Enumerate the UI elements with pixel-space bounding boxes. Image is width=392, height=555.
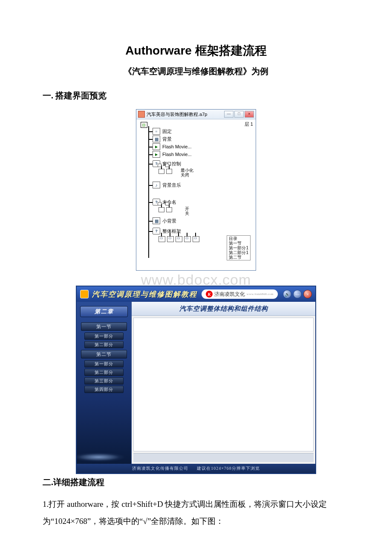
node-label: 背景音乐 [162, 182, 181, 188]
sidebar-btn-part-2[interactable]: 第二部分 [84, 341, 124, 348]
flow-node-display[interactable]: 背景 [153, 136, 252, 143]
brand-logo-icon: K [206, 291, 213, 298]
paragraph-1: 1.打开 authorware，按 ctrl+Shift+D 快捷方式调出属性面… [43, 496, 349, 530]
flow-node-movie[interactable]: Flash Movie... [153, 151, 252, 159]
flow-node-calc[interactable]: 固定 [153, 128, 252, 136]
map-icon[interactable] [176, 236, 182, 242]
display-icon [153, 136, 160, 142]
interaction-responses [159, 169, 172, 174]
response-labels: 开 关 [185, 206, 189, 216]
status-bar [133, 453, 314, 462]
interaction-icon [153, 228, 160, 234]
movie-icon [153, 151, 160, 158]
map-icon[interactable] [159, 236, 165, 242]
display-icon [153, 217, 160, 224]
interaction-responses [159, 207, 172, 212]
brand-cn: 济南凌凯文化 [214, 291, 245, 298]
response-icon[interactable] [159, 207, 164, 212]
brand-en: www.link6868.com [247, 292, 274, 296]
section-2-heading: 二.详细搭建流程 [43, 477, 349, 488]
sidebar: 第二章 第一节 第一部分 第二部分 第二节 第一部分 第二部分 第三部分 第四部… [77, 302, 131, 464]
app-footer: 济南凌凯文化传播有限公司 建议在1024×768分辨率下浏览 [77, 464, 315, 473]
calc-icon [153, 128, 160, 135]
app-icon [80, 290, 89, 298]
response-icon[interactable] [166, 207, 172, 212]
flowline [148, 126, 149, 258]
sidebar-btn-section-2[interactable]: 第二节 [81, 350, 127, 358]
sidebar-btn-part-1[interactable]: 第一部分 [84, 332, 124, 340]
node-label: 固定 [162, 128, 172, 135]
flow-node-sound[interactable]: 背景音乐 [153, 182, 252, 189]
node-label: Flash Movie... [162, 143, 191, 150]
map-icon[interactable] [167, 236, 174, 242]
sidebar-btn-part-1[interactable]: 第一部分 [84, 360, 124, 367]
decorative-ripple [77, 442, 131, 464]
footer-company: 济南凌凯文化传播有限公司 [132, 465, 188, 471]
authorware-window: 汽车美容与装饰图解教程.a7p — □ × 层 1 固定 背景 [136, 109, 256, 271]
node-label: Flash Movie... [162, 151, 191, 158]
node-label: 背景 [162, 136, 172, 142]
response-list: 目录 第一节 第一部分1 第二部分1 第二节 [227, 235, 251, 260]
flow-node-display[interactable]: 小背景 [153, 217, 252, 225]
app-titlebar: 汽车空调原理与维修图解教程 K 济南凌凯文化 www.link6868.com … [77, 286, 315, 302]
content-area: 汽车空调整体结构和组件结构 [131, 302, 315, 464]
flow-start-flag[interactable] [141, 122, 147, 128]
response-icon[interactable] [159, 169, 164, 174]
window-min-button[interactable]: — [224, 111, 233, 118]
app-title: 汽车空调原理与维修图解教程 [92, 289, 202, 299]
node-label: 小背景 [162, 217, 176, 224]
brand-badge: K 济南凌凯文化 www.link6868.com [202, 289, 278, 299]
section-1-heading: 一. 搭建界面预览 [43, 90, 349, 101]
flow-node-interaction[interactable]: 整体框架 [153, 228, 252, 235]
window-title: 汽车美容与装饰图解教程.a7p [147, 111, 223, 118]
close-button[interactable]: × [303, 290, 312, 298]
sidebar-btn-part-3[interactable]: 第三部分 [84, 377, 124, 384]
doc-title: Authorware 框架搭建流程 [43, 43, 349, 59]
doc-subtitle: 《汽车空调原理与维修图解教程》为例 [43, 66, 349, 77]
app-icon [138, 111, 145, 118]
map-icon[interactable] [193, 236, 199, 242]
content-canvas [133, 318, 314, 451]
interaction-responses [159, 236, 199, 242]
window-titlebar: 汽车美容与装饰图解教程.a7p — □ × [136, 110, 256, 119]
map-icon[interactable] [184, 236, 191, 242]
sidebar-btn-part-4[interactable]: 第四部分 [84, 386, 124, 393]
flow-node-movie[interactable]: Flash Movie... [153, 143, 252, 151]
window-max-button[interactable]: □ [234, 111, 244, 118]
sidebar-btn-section-1[interactable]: 第一节 [81, 322, 127, 331]
sound-icon [153, 182, 160, 188]
response-labels: 最小化 关闭 [181, 168, 193, 177]
minimize-button[interactable]: — [293, 290, 302, 298]
sound-button[interactable]: 🔊 [283, 290, 291, 298]
sidebar-btn-part-2[interactable]: 第二部分 [84, 369, 124, 376]
chapter-tab[interactable]: 第二章 [80, 306, 128, 317]
response-icon[interactable] [166, 169, 172, 174]
footer-resolution-hint: 建议在1024×768分辨率下浏览 [197, 465, 260, 471]
content-title: 汽车空调整体结构和组件结构 [132, 302, 315, 316]
runtime-app-window: 汽车空调原理与维修图解教程 K 济南凌凯文化 www.link6868.com … [76, 286, 316, 474]
window-close-button[interactable]: × [245, 111, 254, 118]
movie-icon [153, 143, 160, 150]
